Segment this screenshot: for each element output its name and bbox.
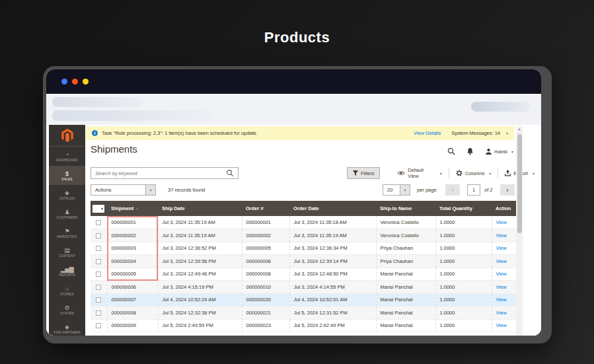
eye-icon: [397, 170, 405, 176]
scroll-up-icon[interactable]: ▲: [516, 127, 523, 131]
cell-name: Veronica Costello: [376, 229, 435, 242]
cell-ship_date: Jul 3, 2024 4:15:19 PM: [158, 281, 242, 294]
columns-button[interactable]: Columns ▾: [449, 168, 498, 178]
table-row: 000000003Jul 3, 2024 12:36:52 PM00000000…: [91, 242, 517, 255]
gear-icon: [456, 170, 463, 176]
chevron-down-icon: ▾: [533, 171, 535, 176]
row-checkbox[interactable]: [96, 297, 101, 303]
cell-qty: 1.0000: [435, 216, 492, 229]
info-icon: i: [92, 130, 98, 136]
previous-page-button[interactable]: ‹: [445, 184, 460, 196]
sidebar-item-content[interactable]: ▤CONTENT: [49, 242, 85, 262]
cell-shipment: 000000002: [107, 229, 158, 242]
view-link[interactable]: View: [496, 284, 507, 290]
cell-shipment: 000000001: [107, 216, 158, 229]
table-row: 000000004Jul 3, 2024 12:39:56 PM00000000…: [91, 255, 517, 268]
notifications-bell-icon[interactable]: [466, 147, 474, 155]
view-link[interactable]: View: [496, 297, 507, 303]
system-icon: ⚙: [64, 305, 69, 311]
system-messages-count[interactable]: System Messages: 14: [451, 130, 500, 136]
cell-name: Priya Chauhan: [376, 242, 435, 255]
sales-icon: $: [65, 170, 69, 177]
sidebar-item-find-partners[interactable]: ◈FIND PARTNERS: [49, 319, 85, 336]
column-header-total-quantity[interactable]: Total Quantity: [435, 201, 492, 216]
vertical-scrollbar[interactable]: ▲: [516, 126, 523, 336]
sidebar-item-customers[interactable]: ♟CUSTOMERS: [49, 204, 85, 223]
cell-order: 000000010: [242, 281, 289, 294]
row-checkbox[interactable]: [96, 246, 101, 251]
view-link[interactable]: View: [496, 245, 507, 251]
cell-ship_date: Jul 5, 2024 12:32:38 PM: [158, 307, 242, 320]
view-link[interactable]: View: [496, 219, 507, 225]
view-link[interactable]: View: [496, 322, 507, 328]
sidebar-item-label: STORES: [60, 293, 74, 296]
select-all-dropdown[interactable]: ▾: [93, 205, 104, 213]
banner-message: Task "Rule processing: 2,3": 1 item(s) h…: [102, 130, 410, 136]
cell-name: Veronica Costello: [376, 216, 435, 229]
row-checkbox[interactable]: [96, 272, 101, 277]
row-checkbox[interactable]: [96, 259, 101, 264]
row-checkbox[interactable]: [96, 310, 101, 316]
chevron-down-icon[interactable]: ▾: [506, 131, 508, 135]
chevron-down-icon: ▾: [145, 185, 155, 195]
table-row: 000000005Jul 3, 2024 12:49:46 PM00000000…: [91, 268, 517, 281]
sidebar-item-catalog[interactable]: ◈CATALOG: [49, 185, 85, 204]
sidebar-item-label: CONTENT: [59, 254, 75, 258]
traffic-light-close-icon[interactable]: [61, 79, 67, 85]
column-header-ship-date[interactable]: Ship Date: [158, 201, 242, 216]
traffic-light-zoom-icon[interactable]: [83, 79, 89, 85]
sidebar-item-marketing[interactable]: ⚑MARKETING: [49, 223, 85, 242]
search-icon[interactable]: [226, 169, 234, 177]
column-header-order-date[interactable]: Order Date: [289, 201, 376, 216]
sidebar-item-reports[interactable]: ▂▅▇REPORTS: [49, 262, 85, 281]
page-number-input[interactable]: [467, 184, 480, 196]
traffic-light-minimize-icon[interactable]: [72, 79, 78, 85]
column-header-order[interactable]: Order #: [242, 201, 289, 216]
column-header-shipment[interactable]: Shipment↑: [107, 201, 158, 216]
scrollbar-thumb[interactable]: [517, 134, 522, 233]
search-input[interactable]: [95, 170, 226, 176]
chevron-down-icon: ▾: [489, 171, 491, 176]
chevron-down-icon: ▾: [400, 185, 410, 195]
magento-logo-icon[interactable]: [49, 125, 85, 147]
row-checkbox[interactable]: [96, 285, 101, 290]
per-page-dropdown[interactable]: 20 ▾: [383, 184, 410, 196]
view-link[interactable]: View: [496, 233, 507, 238]
cell-ship_date: Jul 3, 2024 12:39:56 PM: [158, 255, 242, 268]
row-checkbox[interactable]: [96, 233, 101, 238]
cell-name: Mansi Panchal: [376, 293, 435, 307]
cell-order: 000000006: [242, 255, 289, 268]
next-page-button[interactable]: ›: [500, 184, 515, 196]
view-link[interactable]: View: [496, 310, 507, 316]
cell-name: Mansi Panchal: [376, 268, 435, 281]
shipments-heading: Shipments: [91, 143, 137, 155]
cell-name: Mansi Panchal: [376, 281, 435, 294]
view-link[interactable]: View: [496, 271, 507, 277]
account-menu[interactable]: mansi ▾: [485, 148, 513, 155]
view-link[interactable]: View: [496, 258, 507, 264]
column-header-ship-to-name[interactable]: Ship-to Name: [376, 201, 435, 216]
row-checkbox[interactable]: [96, 323, 101, 328]
sidebar-item-sales[interactable]: $SALES: [49, 166, 85, 185]
view-details-link[interactable]: View Details: [414, 130, 441, 136]
magento-admin-app: ◔DASHBOARD$SALES◈CATALOG♟CUSTOMERS⚑MARKE…: [46, 125, 541, 336]
stores-icon: ⌂: [65, 285, 69, 292]
cell-order_date: Jul 3, 2024 12:48:50 PM: [289, 268, 376, 281]
default-view-button[interactable]: Default View ▾: [390, 168, 448, 178]
records-found: 37 records found: [168, 187, 205, 193]
sidebar-item-system[interactable]: ⚙SYSTEM: [49, 300, 85, 319]
cell-qty: 1.0000: [435, 293, 492, 307]
row-checkbox[interactable]: [96, 220, 101, 225]
sidebar-item-stores[interactable]: ⌂STORES: [49, 281, 85, 300]
cell-shipment: 000000006: [107, 281, 158, 294]
search-icon[interactable]: [447, 147, 455, 155]
actions-dropdown[interactable]: Actions ▾: [91, 184, 156, 196]
sidebar-item-dashboard[interactable]: ◔DASHBOARD: [49, 147, 85, 166]
table-row: 000000009Jul 5, 2024 2:49:59 PM000000023…: [91, 319, 517, 332]
admin-sidebar: ◔DASHBOARD$SALES◈CATALOG♟CUSTOMERS⚑MARKE…: [49, 125, 85, 336]
window-titlebar: [46, 69, 541, 94]
sidebar-item-label: FIND PARTNERS: [54, 331, 81, 334]
filters-button[interactable]: Filters: [347, 167, 380, 179]
cell-shipment: 000000009: [107, 319, 158, 332]
sidebar-item-label: DASHBOARD: [56, 159, 77, 162]
